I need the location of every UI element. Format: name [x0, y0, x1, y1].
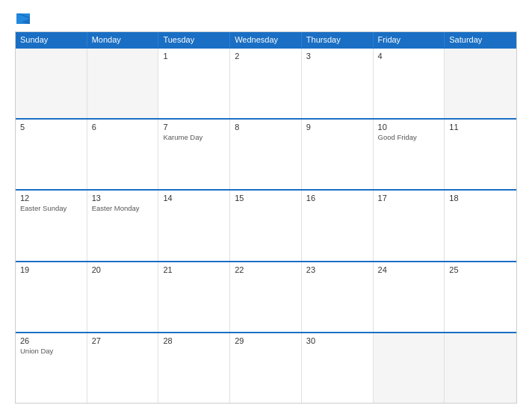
day-number: 17 — [378, 194, 440, 203]
holiday-label: Easter Monday — [92, 204, 154, 212]
calendar-cell: 11 — [445, 120, 516, 189]
day-number: 23 — [306, 265, 368, 274]
calendar-cell: 15 — [230, 191, 302, 260]
calendar-cell: 4 — [374, 49, 445, 118]
calendar-cell: 16 — [302, 191, 374, 260]
day-number: 6 — [92, 123, 154, 132]
day-number: 8 — [235, 123, 297, 132]
calendar-cell: 8 — [230, 120, 302, 189]
holiday-label: Good Friday — [378, 133, 440, 141]
day-number: 25 — [449, 265, 512, 274]
calendar-cell: 20 — [87, 262, 159, 332]
calendar-cell: 18 — [445, 191, 516, 260]
day-number: 28 — [163, 336, 225, 345]
calendar-cell: 27 — [87, 333, 159, 403]
weekday-header: Sunday — [16, 32, 87, 47]
calendar-cell: 7Karume Day — [158, 120, 230, 189]
day-number: 18 — [449, 194, 512, 203]
calendar-cell: 29 — [230, 333, 302, 403]
day-number: 27 — [92, 336, 154, 345]
day-number: 19 — [20, 265, 82, 274]
calendar-cell: 26Union Day — [16, 333, 87, 403]
weekday-header: Friday — [374, 32, 445, 47]
weekday-header: Saturday — [445, 32, 516, 47]
day-number: 12 — [20, 194, 82, 203]
calendar-cell: 12Easter Sunday — [16, 191, 87, 260]
day-number: 14 — [163, 194, 225, 203]
calendar-week: 1234 — [16, 47, 516, 118]
calendar-cell: 22 — [230, 262, 302, 332]
calendar-cell: 25 — [445, 262, 516, 332]
calendar-week: 567Karume Day8910Good Friday11 — [16, 118, 516, 189]
logo — [15, 13, 31, 24]
day-number: 4 — [378, 52, 440, 61]
calendar-cell: 24 — [374, 262, 445, 332]
day-number: 30 — [306, 336, 368, 345]
calendar-page: SundayMondayTuesdayWednesdayThursdayFrid… — [0, 0, 532, 411]
day-number: 13 — [92, 194, 154, 203]
calendar-cell: 17 — [374, 191, 445, 260]
calendar-cell: 2 — [230, 49, 302, 118]
day-number: 3 — [306, 52, 368, 61]
weekday-header: Thursday — [302, 32, 374, 47]
calendar-week: 12Easter Sunday13Easter Monday1415161718 — [16, 189, 516, 260]
day-number: 15 — [235, 194, 297, 203]
day-number: 26 — [20, 336, 82, 345]
day-number: 21 — [163, 265, 225, 274]
calendar-cell: 28 — [158, 333, 230, 403]
day-number: 9 — [306, 123, 368, 132]
calendar-cell: 9 — [302, 120, 374, 189]
calendar-cell — [374, 333, 445, 403]
calendar-cell — [87, 49, 159, 118]
weekday-header: Wednesday — [230, 32, 302, 47]
holiday-label: Karume Day — [163, 133, 225, 141]
calendar-cell: 5 — [16, 120, 87, 189]
calendar-cell: 10Good Friday — [374, 120, 445, 189]
calendar-week: 19202122232425 — [16, 261, 516, 332]
calendar-cell — [445, 49, 516, 118]
calendar-cell: 23 — [302, 262, 374, 332]
calendar-cell: 13Easter Monday — [87, 191, 159, 260]
calendar-body: 1234567Karume Day8910Good Friday1112East… — [16, 47, 516, 403]
calendar-cell: 3 — [302, 49, 374, 118]
calendar-header: SundayMondayTuesdayWednesdayThursdayFrid… — [16, 32, 516, 47]
day-number: 7 — [163, 123, 225, 132]
calendar-cell: 30 — [302, 333, 374, 403]
day-number: 20 — [92, 265, 154, 274]
calendar-cell: 1 — [158, 49, 230, 118]
calendar-week: 26Union Day27282930 — [16, 332, 516, 403]
calendar-grid: SundayMondayTuesdayWednesdayThursdayFrid… — [15, 31, 517, 404]
day-number: 5 — [20, 123, 82, 132]
weekday-header: Tuesday — [158, 32, 230, 47]
calendar-cell — [445, 333, 516, 403]
holiday-label: Union Day — [20, 347, 82, 355]
day-number: 16 — [306, 194, 368, 203]
calendar-cell: 21 — [158, 262, 230, 332]
day-number: 10 — [378, 123, 440, 132]
weekday-header: Monday — [87, 32, 159, 47]
day-number: 24 — [378, 265, 440, 274]
calendar-cell: 14 — [158, 191, 230, 260]
page-header — [15, 13, 517, 24]
calendar-cell: 6 — [87, 120, 159, 189]
holiday-label: Easter Sunday — [20, 204, 82, 212]
day-number: 22 — [235, 265, 297, 274]
day-number: 1 — [163, 52, 225, 61]
calendar-cell: 19 — [16, 262, 87, 332]
day-number: 2 — [235, 52, 297, 61]
calendar-cell — [16, 49, 87, 118]
day-number: 11 — [449, 123, 512, 132]
logo-flag-icon — [16, 13, 30, 24]
day-number: 29 — [235, 336, 297, 345]
